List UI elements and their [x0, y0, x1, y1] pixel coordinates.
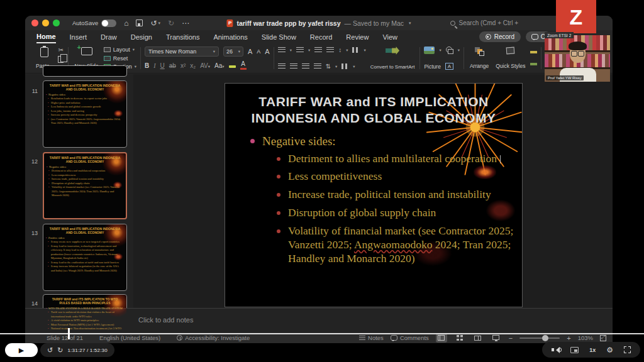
align-center-icon[interactable] [290, 63, 297, 69]
copy-icon[interactable] [58, 56, 64, 63]
video-timestamp: 1:31:27 / 1:52:30 [67, 348, 107, 353]
autosave-control[interactable]: AutoSave [72, 19, 116, 27]
thumbnail-slide-10-edge[interactable] [43, 65, 127, 77]
subscript-button[interactable]: x₂ [190, 62, 196, 69]
decrease-font-button[interactable]: A [257, 48, 260, 55]
bullets-icon[interactable] [278, 47, 286, 53]
zoom-out-button[interactable]: − [509, 334, 513, 342]
thumbnail-slide-11[interactable]: TARIFF WAR and ITS IMPLICATION INDONESIA… [43, 80, 127, 148]
normal-view-button[interactable] [436, 334, 447, 343]
record-button[interactable]: Record [479, 31, 521, 42]
search-field[interactable]: Search (Cmd + Ctrl + [450, 19, 518, 26]
volume-icon[interactable] [552, 346, 560, 353]
strikethrough-button[interactable]: ab [169, 62, 176, 69]
change-case-button[interactable]: Aa▾ [214, 62, 225, 69]
main-slide-canvas[interactable]: TARIFF WAR and ITS IMPLICATION INDONESIA… [225, 83, 523, 307]
text-direction-icon[interactable]: ⇅ [326, 63, 331, 70]
tab-view[interactable]: View [382, 31, 397, 43]
convert-smartart-button[interactable]: Convert to SmartArt [369, 46, 416, 70]
slide-title[interactable]: TARIFF WAR and ITS IMPLICATION INDONESIA… [235, 94, 512, 127]
thumbnail-slide-13[interactable]: TARIFF WAR and ITS IMPLICATION INDONESIA… [43, 224, 127, 291]
comments-toggle-button[interactable]: Comments [391, 334, 429, 341]
fullscreen-icon[interactable] [624, 346, 631, 353]
superscript-button[interactable]: x² [180, 62, 186, 69]
undo-dropdown-caret[interactable]: ▾ [158, 21, 161, 26]
forward-5-icon[interactable]: ↻ [57, 347, 63, 354]
underline-button[interactable]: U [160, 62, 165, 69]
close-window-button[interactable] [31, 19, 38, 26]
tab-design[interactable]: Design [131, 31, 152, 43]
autosave-toggle[interactable] [101, 19, 116, 27]
cut-icon[interactable]: ✂ [58, 47, 64, 54]
zoom-window-button[interactable] [53, 19, 60, 26]
accessibility-status[interactable]: Accessibility: Investigate [177, 334, 250, 341]
reset-button[interactable]: Reset [104, 55, 136, 62]
picture-icon[interactable] [424, 47, 435, 54]
shapes-icon[interactable] [446, 47, 453, 54]
font-color-button[interactable]: A [240, 61, 247, 70]
webcam-video-tile[interactable]: Prof Yafet YW Rissy [545, 35, 610, 82]
columns-icon[interactable] [352, 47, 359, 53]
tab-slide-show[interactable]: Slide Show [262, 31, 296, 43]
align-right-icon[interactable] [302, 63, 309, 69]
arrange-button[interactable]: Arrange [468, 46, 491, 70]
slide-body-textbox[interactable]: Negative sides: Detriment to allies and … [225, 134, 522, 266]
video-progress-bar[interactable] [0, 333, 644, 334]
new-slide-icon [81, 47, 92, 55]
document-title-area[interactable]: tariff war trade ppp by yafet rissy — Sa… [226, 19, 411, 27]
align-left-icon[interactable] [278, 63, 286, 69]
undo-icon[interactable]: ↺ [150, 19, 157, 27]
tab-draw[interactable]: Draw [101, 31, 117, 43]
italic-button[interactable]: I [153, 62, 155, 69]
playback-speed-button[interactable]: 1x [589, 347, 596, 353]
tab-review[interactable]: Review [346, 31, 369, 43]
line-spacing-icon[interactable]: ↕ [338, 47, 341, 53]
settings-gear-icon[interactable]: ⚙ [606, 346, 613, 354]
save-icon[interactable] [136, 19, 143, 26]
rewind-5-icon[interactable]: ↺ [47, 347, 53, 354]
zoom-slider[interactable] [519, 337, 560, 339]
tab-animations[interactable]: Animations [213, 31, 247, 43]
shape-outline-icon[interactable] [530, 63, 537, 65]
decrease-indent-icon[interactable] [314, 47, 322, 53]
reading-view-button[interactable] [472, 334, 484, 343]
character-spacing-button[interactable]: AV▾ [200, 62, 210, 69]
tab-transitions[interactable]: Transitions [166, 31, 199, 43]
zoom-app-tile[interactable]: Z [556, 0, 596, 33]
increase-font-button[interactable]: A [248, 48, 252, 55]
tab-home[interactable]: Home [36, 31, 56, 43]
layout-button[interactable]: Layout▾ [104, 47, 136, 53]
home-icon[interactable]: ⌂ [124, 19, 128, 27]
numbering-icon[interactable] [296, 47, 304, 53]
align-text-icon[interactable] [341, 63, 348, 69]
tab-insert[interactable]: Insert [70, 31, 87, 43]
language-indicator[interactable]: English (United States) [99, 334, 160, 341]
more-commands-icon[interactable]: ⋯ [182, 19, 189, 27]
increase-indent-icon[interactable] [326, 47, 334, 53]
slide-sorter-view-button[interactable] [454, 334, 465, 343]
notes-toggle-button[interactable]: Notes [359, 334, 384, 341]
thumbnail-slide-12-selected[interactable]: TARIFF WAR and ITS IMPLICATION INDONESIA… [43, 152, 127, 219]
clear-formatting-button[interactable]: A [265, 48, 269, 55]
video-playhead[interactable] [68, 328, 70, 339]
bold-button[interactable]: B [145, 62, 149, 69]
zoom-in-button[interactable]: + [567, 334, 570, 342]
slideshow-view-button[interactable] [491, 334, 502, 343]
title-dropdown-caret[interactable]: ▾ [409, 21, 411, 26]
font-size-select[interactable]: 26▾ [223, 47, 243, 57]
fit-slide-to-window-button[interactable] [600, 335, 606, 341]
tab-record[interactable]: Record [310, 31, 332, 43]
zoom-slider-knob[interactable] [542, 335, 548, 341]
search-placeholder: Search (Cmd + Ctrl + [459, 19, 518, 26]
participant-name-label: Prof Yafet YW Rissy [546, 75, 584, 80]
quick-styles-button[interactable]: Quick Styles [494, 46, 527, 70]
play-button[interactable]: ▶ [5, 343, 38, 357]
thumbnail-slide-14[interactable]: TARIFF WAR and ITS IMPLICATION TO WTO RU… [43, 294, 127, 332]
textbox-icon[interactable]: A [445, 63, 453, 70]
picture-in-picture-icon[interactable] [570, 347, 579, 353]
minimize-window-button[interactable] [42, 19, 49, 26]
font-name-select[interactable]: Times New Roman▾ [145, 47, 219, 57]
highlight-color-icon[interactable] [229, 65, 236, 68]
justify-icon[interactable] [314, 63, 321, 69]
shape-fill-icon[interactable] [530, 51, 537, 53]
